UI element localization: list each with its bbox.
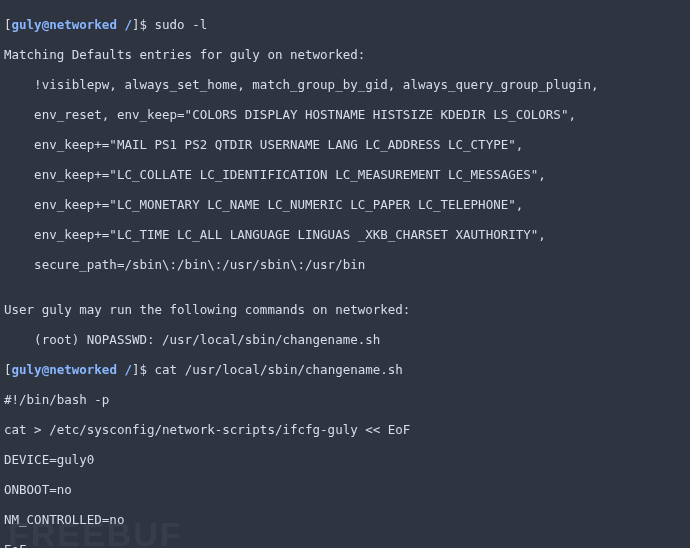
- output-line: !visiblepw, always_set_home, match_group…: [4, 77, 686, 92]
- command-sudo-l: sudo -l: [155, 17, 208, 32]
- output-line: #!/bin/bash -p: [4, 392, 686, 407]
- prompt-line-1: [guly@networked /]$ sudo -l: [4, 17, 686, 32]
- prompt-user: guly: [12, 17, 42, 32]
- output-line: User guly may run the following commands…: [4, 302, 686, 317]
- terminal-output[interactable]: [guly@networked /]$ sudo -l Matching Def…: [0, 0, 690, 548]
- output-line: env_keep+="LC_MONETARY LC_NAME LC_NUMERI…: [4, 197, 686, 212]
- output-line: cat > /etc/sysconfig/network-scripts/ifc…: [4, 422, 686, 437]
- prompt-host: networked: [49, 17, 117, 32]
- output-line: Matching Defaults entries for guly on ne…: [4, 47, 686, 62]
- output-line: EoF: [4, 542, 686, 548]
- output-line: env_keep+="LC_TIME LC_ALL LANGUAGE LINGU…: [4, 227, 686, 242]
- prompt-line-2: [guly@networked /]$ cat /usr/local/sbin/…: [4, 362, 686, 377]
- output-line: ONBOOT=no: [4, 482, 686, 497]
- output-line: env_keep+="LC_COLLATE LC_IDENTIFICATION …: [4, 167, 686, 182]
- command-cat: cat /usr/local/sbin/changename.sh: [155, 362, 403, 377]
- prompt-path: /: [117, 17, 132, 32]
- output-line: DEVICE=guly0: [4, 452, 686, 467]
- output-line: (root) NOPASSWD: /usr/local/sbin/changen…: [4, 332, 686, 347]
- output-line: NM_CONTROLLED=no: [4, 512, 686, 527]
- output-line: env_keep+="MAIL PS1 PS2 QTDIR USERNAME L…: [4, 137, 686, 152]
- output-line: env_reset, env_keep="COLORS DISPLAY HOST…: [4, 107, 686, 122]
- output-line: secure_path=/sbin\:/bin\:/usr/sbin\:/usr…: [4, 257, 686, 272]
